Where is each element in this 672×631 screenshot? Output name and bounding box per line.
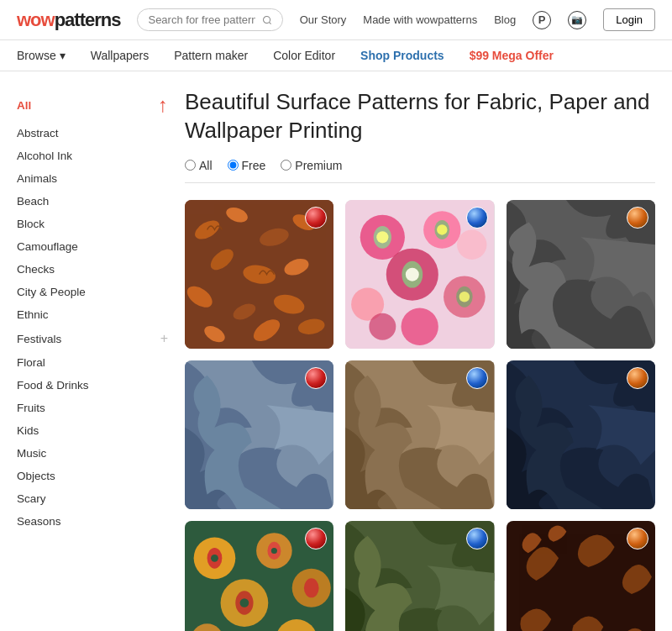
filter-all[interactable]: All <box>185 159 213 172</box>
filter-all-label: All <box>199 159 213 172</box>
content-area: Beautiful Surface Patterns for Fabric, P… <box>185 88 655 631</box>
svg-point-30 <box>437 224 447 234</box>
pattern-card-5[interactable] <box>345 360 494 509</box>
filter-free-label: Free <box>242 159 266 172</box>
sidebar-item-label: Abstract <box>17 127 59 139</box>
filter-all-radio[interactable] <box>185 160 196 171</box>
pattern-card-7[interactable] <box>185 521 333 631</box>
search-icon <box>262 14 272 26</box>
sidebar-item-label: Food & Drinks <box>17 379 89 392</box>
svg-line-1 <box>269 22 270 24</box>
browse-chevron-icon: ▾ <box>60 49 66 62</box>
svg-point-31 <box>406 267 419 281</box>
filter-premium-radio[interactable] <box>281 160 291 171</box>
sidebar-item-animals[interactable]: Animals <box>17 167 168 190</box>
wallpapers-link[interactable]: Wallpapers <box>91 49 150 62</box>
sidebar-item-fruits[interactable]: Fruits <box>17 397 168 419</box>
category-list: All ↑ Abstract Alcohol Ink Animals Beach… <box>17 88 168 533</box>
sidebar-item-ethnic[interactable]: Ethnic <box>17 303 168 326</box>
logo-text-bold: patterns <box>55 9 121 30</box>
sidebar-item-floral[interactable]: Floral <box>17 351 168 374</box>
mega-offer-link[interactable]: $99 Mega Offer <box>470 49 554 62</box>
sidebar-item-scary[interactable]: Scary <box>17 487 168 510</box>
sidebar-item-label: Music <box>17 447 46 460</box>
svg-point-51 <box>240 598 249 607</box>
plus-icon: + <box>160 331 168 346</box>
arrow-indicator: ↑ <box>158 93 168 117</box>
pattern-maker-link[interactable]: Pattern maker <box>174 49 248 62</box>
pattern-card-8[interactable] <box>345 521 494 631</box>
pattern-badge-5 <box>466 367 488 389</box>
shop-products-link[interactable]: Shop Products <box>360 49 444 62</box>
header: wowpatterns Our Story Made with wowpatte… <box>0 0 672 40</box>
color-editor-link[interactable]: Color Editor <box>273 49 335 62</box>
header-nav: Our Story Made with wowpatterns Blog P 📷… <box>300 8 655 31</box>
sidebar: All ↑ Abstract Alcohol Ink Animals Beach… <box>17 88 168 631</box>
sidebar-item-objects[interactable]: Objects <box>17 465 168 487</box>
sidebar-item-abstract[interactable]: Abstract <box>17 122 168 145</box>
browse-menu[interactable]: Browse ▾ <box>17 49 66 62</box>
pattern-badge-8 <box>466 528 488 549</box>
pattern-card-6[interactable] <box>507 360 655 509</box>
sidebar-item-block[interactable]: Block <box>17 213 168 235</box>
svg-point-24 <box>370 313 396 339</box>
main-content: All ↑ Abstract Alcohol Ink Animals Beach… <box>0 71 672 631</box>
nav-bar: Browse ▾ Wallpapers Pattern maker Color … <box>0 40 672 71</box>
sidebar-item-label: Beach <box>17 195 49 208</box>
pattern-grid <box>185 200 655 631</box>
pattern-card-2[interactable] <box>345 200 494 349</box>
sidebar-item-beach[interactable]: Beach <box>17 190 168 213</box>
sidebar-item-label: All <box>17 99 31 112</box>
pattern-badge-6 <box>627 367 648 389</box>
svg-point-32 <box>459 292 470 302</box>
sidebar-item-festivals[interactable]: Festivals + <box>17 326 168 351</box>
instagram-icon[interactable]: 📷 <box>568 11 586 29</box>
login-button[interactable]: Login <box>603 8 655 31</box>
sidebar-item-all[interactable]: All ↑ <box>17 88 168 122</box>
pattern-badge-3 <box>627 207 648 229</box>
pinterest-icon[interactable]: P <box>533 11 551 29</box>
sidebar-item-checks[interactable]: Checks <box>17 258 168 281</box>
filter-premium[interactable]: Premium <box>281 159 342 172</box>
made-with-link[interactable]: Made with wowpatterns <box>363 13 477 26</box>
sidebar-item-alcohol-ink[interactable]: Alcohol Ink <box>17 145 168 167</box>
sidebar-item-label: Floral <box>17 356 45 369</box>
filter-free-radio[interactable] <box>228 160 239 171</box>
sidebar-item-label: Objects <box>17 470 55 482</box>
search-bar[interactable] <box>137 8 282 31</box>
sidebar-item-label: Festivals <box>17 333 61 345</box>
svg-point-0 <box>263 16 270 23</box>
svg-point-49 <box>211 555 218 562</box>
pattern-badge-1 <box>305 207 327 229</box>
sidebar-item-kids[interactable]: Kids <box>17 419 168 442</box>
our-story-link[interactable]: Our Story <box>300 13 347 26</box>
sidebar-item-label: Seasons <box>17 515 61 528</box>
sidebar-item-label: Alcohol Ink <box>17 150 72 162</box>
svg-point-23 <box>457 229 486 259</box>
sidebar-item-label: Camouflage <box>17 240 78 253</box>
pattern-badge-2 <box>466 207 488 229</box>
svg-point-29 <box>377 231 389 243</box>
sidebar-item-label: Scary <box>17 492 46 505</box>
search-input[interactable] <box>148 13 255 26</box>
blog-link[interactable]: Blog <box>494 13 516 26</box>
pattern-card-1[interactable] <box>185 200 333 349</box>
pattern-card-4[interactable] <box>185 360 333 509</box>
pattern-card-9[interactable] <box>507 521 655 631</box>
sidebar-item-label: City & People <box>17 286 86 298</box>
filter-free[interactable]: Free <box>228 159 266 172</box>
sidebar-item-food-drinks[interactable]: Food & Drinks <box>17 374 168 397</box>
sidebar-item-label: Ethnic <box>17 308 49 321</box>
sidebar-item-label: Animals <box>17 172 57 185</box>
browse-label: Browse <box>17 49 56 62</box>
page-title: Beautiful Surface Patterns for Fabric, P… <box>185 88 655 145</box>
sidebar-item-label: Checks <box>17 263 55 276</box>
sidebar-item-city-people[interactable]: City & People <box>17 281 168 303</box>
sidebar-item-music[interactable]: Music <box>17 442 168 465</box>
sidebar-item-camouflage[interactable]: Camouflage <box>17 235 168 258</box>
site-logo[interactable]: wowpatterns <box>17 9 120 31</box>
svg-point-22 <box>402 308 438 344</box>
pattern-card-3[interactable] <box>507 200 655 349</box>
sidebar-item-seasons[interactable]: Seasons <box>17 510 168 533</box>
svg-point-48 <box>304 579 319 598</box>
